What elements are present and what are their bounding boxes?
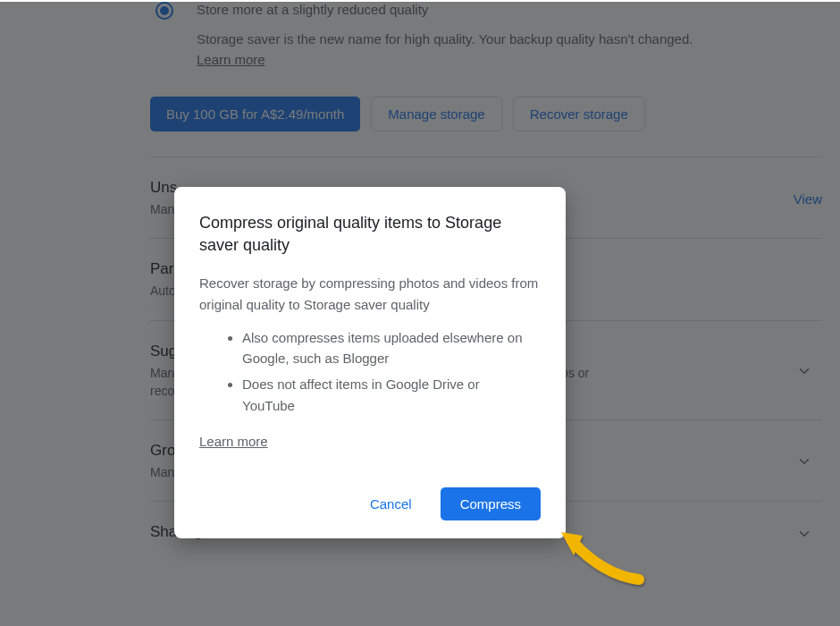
dialog-learn-more-link[interactable]: Learn more: [199, 434, 268, 449]
dialog-description: Recover storage by compressing photos an…: [199, 273, 541, 315]
cancel-button[interactable]: Cancel: [350, 487, 432, 520]
dialog-bullet-list: Also compresses items uploaded elsewhere…: [199, 327, 541, 416]
dialog-bullet-item: Does not affect items in Google Drive or…: [242, 374, 541, 416]
compress-button[interactable]: Compress: [441, 487, 541, 520]
dialog-title: Compress original quality items to Stora…: [199, 212, 541, 257]
compress-dialog: Compress original quality items to Stora…: [174, 187, 566, 538]
dialog-bullet-item: Also compresses items uploaded elsewhere…: [242, 327, 541, 369]
